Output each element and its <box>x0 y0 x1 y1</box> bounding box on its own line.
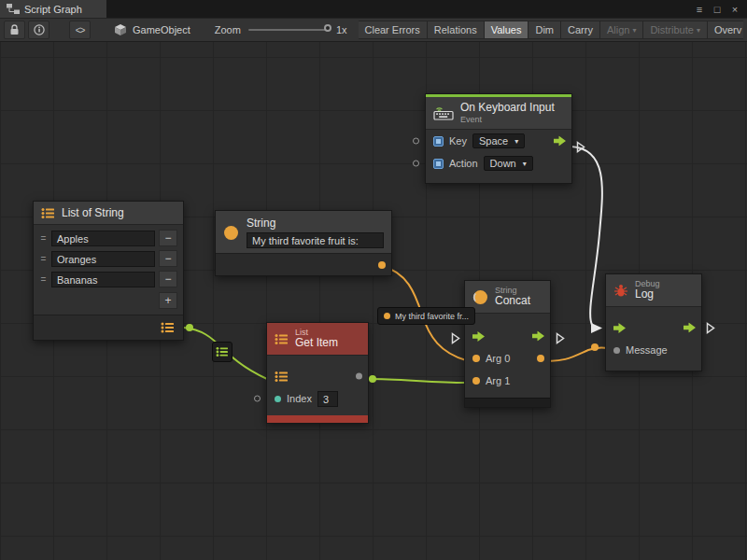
chevron-down-icon: ▾ <box>514 137 518 146</box>
list-item-field[interactable]: Apples <box>51 231 155 246</box>
wire-arrowhead <box>590 322 603 334</box>
node-title: String <box>247 217 384 230</box>
gameobject-cube-icon <box>114 23 127 36</box>
graph-canvas[interactable]: On Keyboard Input Event Key Space ▾ <box>0 42 747 560</box>
arg0-row: Arg 0 <box>465 347 550 370</box>
drag-handle[interactable]: = <box>39 274 48 285</box>
trigger-output-port[interactable] <box>554 136 566 147</box>
remove-item-button[interactable]: − <box>159 271 177 287</box>
action-dropdown-value: Down <box>490 158 516 169</box>
wire-getitem-to-concat-arg1 <box>368 379 466 383</box>
error-footer-strip <box>267 415 368 423</box>
align-dropdown[interactable]: Align▾ <box>599 21 643 39</box>
index-external-port[interactable] <box>254 396 261 402</box>
index-field[interactable]: 3 <box>317 391 338 407</box>
node-on-keyboard-input[interactable]: On Keyboard Input Event Key Space ▾ <box>425 93 572 184</box>
flow-input-port[interactable] <box>613 323 626 333</box>
list-item-field[interactable]: Oranges <box>51 251 155 267</box>
node-title: Log <box>635 288 660 301</box>
action-dropdown[interactable]: Down ▾ <box>484 156 533 171</box>
action-input-port[interactable] <box>413 161 419 167</box>
arg1-input-port[interactable] <box>472 377 480 385</box>
relations-button[interactable]: Relations <box>427 21 485 39</box>
flow-connector-triangle[interactable] <box>556 332 565 344</box>
flow-input-port[interactable] <box>472 331 485 342</box>
dim-toggle[interactable]: Dim <box>528 21 561 39</box>
message-input-port[interactable] <box>613 347 620 354</box>
graph-icon <box>7 4 20 14</box>
bug-icon <box>613 284 628 298</box>
key-row: Key Space ▾ <box>426 130 571 152</box>
overview-button[interactable]: Overv <box>707 21 743 39</box>
node-concat[interactable]: String Concat Arg 0 Arg 1 <box>464 280 551 408</box>
list-icon <box>41 207 55 219</box>
string-output-port[interactable] <box>378 261 386 269</box>
key-type-icon <box>433 136 444 147</box>
node-string-literal[interactable]: String My third favorite fruit is: <box>215 210 392 276</box>
string-value-field[interactable]: My third favorite fruit is: <box>247 232 384 248</box>
zoom-control: Zoom 1x <box>215 24 347 35</box>
node-title: Get Item <box>295 337 338 350</box>
list-input-port[interactable] <box>275 371 289 383</box>
arg0-label: Arg 0 <box>486 353 510 364</box>
action-label: Action <box>449 158 478 169</box>
node-list-of-string[interactable]: List of String = Apples − = Oranges − = … <box>33 201 184 341</box>
key-type-icon <box>433 159 444 169</box>
add-item-row: + <box>34 289 183 315</box>
flow-connector-triangle[interactable] <box>576 141 585 153</box>
wire-keyboard-to-log <box>571 147 602 325</box>
distribute-dropdown[interactable]: Distribute▾ <box>642 21 707 39</box>
list-output-row <box>34 315 183 340</box>
wire-list-value-badge <box>212 342 233 362</box>
list-item-field[interactable]: Bananas <box>51 272 155 287</box>
maximize-button[interactable]: □ <box>710 2 725 16</box>
flow-arrow-icon <box>554 136 566 147</box>
lock-button[interactable] <box>4 21 25 39</box>
add-item-button[interactable]: + <box>159 292 177 309</box>
tab-script-graph[interactable]: Script Graph <box>0 0 106 18</box>
key-dropdown-value: Space <box>479 135 508 147</box>
key-dropdown[interactable]: Space ▾ <box>472 133 525 148</box>
flow-arrow-icon <box>532 331 544 342</box>
drag-handle[interactable]: = <box>39 254 48 264</box>
flow-output-port[interactable] <box>684 323 696 333</box>
node-get-item[interactable]: List Get Item Index 3 <box>266 322 369 424</box>
list-icon <box>216 346 229 357</box>
result-output-port[interactable] <box>537 355 544 362</box>
lock-icon <box>9 24 20 35</box>
list-output-port[interactable] <box>161 322 175 334</box>
window-controls: ≡ □ × <box>692 0 747 18</box>
clear-errors-button[interactable]: Clear Errors <box>359 21 428 39</box>
node-debug-log[interactable]: Debug Log Message <box>605 273 702 371</box>
target-selector[interactable]: GameObject <box>114 23 190 36</box>
action-row: Action Down ▾ <box>426 152 571 175</box>
remove-item-button[interactable]: − <box>159 250 177 267</box>
arg0-input-port[interactable] <box>472 355 480 362</box>
drag-handle[interactable]: = <box>39 233 48 244</box>
zoom-slider[interactable] <box>248 29 329 31</box>
align-label: Align <box>607 24 629 35</box>
window-menu-button[interactable]: ≡ <box>692 2 707 16</box>
values-toggle[interactable]: Values <box>484 21 529 39</box>
wire-value-text: My third favorite fr... <box>395 312 469 321</box>
list-item-row: = Bananas − <box>34 269 183 289</box>
info-button[interactable] <box>28 21 49 39</box>
zoom-slider-knob[interactable] <box>324 24 331 32</box>
distribute-label: Distribute <box>650 24 693 35</box>
message-label: Message <box>626 344 668 356</box>
flow-connector-triangle[interactable] <box>706 322 715 334</box>
string-type-icon <box>472 289 488 305</box>
toolbar-button-group: Clear Errors Relations Values Dim Carry … <box>359 21 744 39</box>
index-input-port[interactable] <box>275 396 281 402</box>
close-button[interactable]: × <box>727 2 742 16</box>
item-output-port[interactable] <box>356 373 362 380</box>
flow-connector-triangle[interactable] <box>451 332 460 344</box>
key-input-port[interactable] <box>413 138 419 145</box>
carry-toggle[interactable]: Carry <box>560 21 600 39</box>
remove-item-button[interactable]: − <box>159 230 177 246</box>
string-output-row <box>216 253 391 275</box>
code-button[interactable]: <> <box>69 21 91 39</box>
string-type-icon <box>223 225 239 241</box>
flow-output-port[interactable] <box>532 331 544 342</box>
wire-value-dot <box>591 343 599 351</box>
